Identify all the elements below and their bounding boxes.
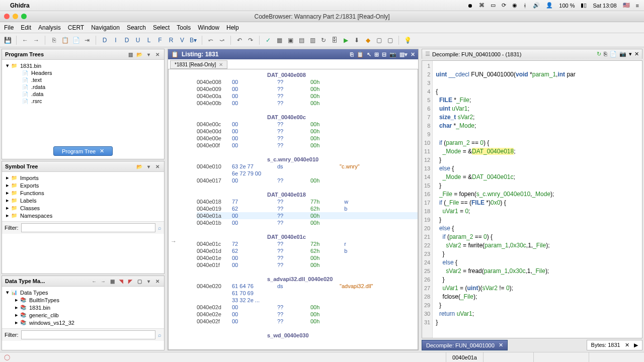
st-btn1-icon[interactable]: 📂 [136, 163, 143, 170]
menu-cert[interactable]: CERT [68, 24, 84, 31]
program-tree-tab[interactable]: Program Tree✕ [53, 146, 113, 156]
redo-icon[interactable]: ⤻ [217, 36, 226, 45]
lh-b6-icon[interactable]: ▥▾ [399, 51, 408, 58]
pt-btn2-icon[interactable]: 📂 [136, 51, 143, 58]
w2-icon[interactable]: ▤ [297, 36, 306, 45]
lh-b1-icon[interactable]: ⎘ [350, 51, 354, 58]
bluetooth-icon[interactable]: ᚼ [523, 3, 527, 9]
maximize-button[interactable] [21, 14, 27, 19]
dc-b2-icon[interactable]: 📄 [610, 51, 617, 57]
dtm-filter-icon[interactable]: ⌕ [158, 332, 162, 338]
minimize-button[interactable] [13, 14, 18, 19]
lh-b5-icon[interactable]: ⊟ [382, 51, 386, 58]
doc-icon[interactable]: 📄 [71, 36, 80, 45]
u-icon[interactable]: U [133, 36, 142, 45]
dc-refresh-icon[interactable]: ↻ [597, 51, 601, 57]
dc-cam-icon[interactable]: 📷 [619, 51, 626, 57]
menu-select[interactable]: Select [153, 24, 170, 31]
tree-item[interactable]: 📄Headers [22, 69, 160, 76]
lh-b3-icon[interactable]: ↖ [367, 51, 371, 58]
v-icon[interactable]: V [178, 36, 187, 45]
user-icon[interactable]: 👤 [546, 2, 553, 9]
volume-icon[interactable]: 🔊 [533, 2, 540, 9]
paste-icon[interactable]: 📋 [60, 36, 69, 45]
menu-icon[interactable]: ≡ [636, 3, 639, 9]
symbol-item[interactable]: ▸📁Classes [6, 204, 160, 212]
back-icon[interactable]: ← [21, 36, 30, 45]
flag-icon[interactable]: 🇺🇸 [623, 2, 630, 9]
dtm-item[interactable]: ▸📚generic_clib [15, 311, 160, 319]
play-icon[interactable]: ▶ [341, 36, 350, 45]
symbol-item[interactable]: ▸📁Exports [6, 182, 160, 189]
dtm-fwd-icon[interactable]: → [100, 278, 107, 285]
copy-icon[interactable]: ⎘ [49, 36, 58, 45]
lh-b4-icon[interactable]: ⊞ [374, 51, 379, 58]
tree-item[interactable]: 📄.rdata [22, 83, 160, 90]
step-icon[interactable]: ⇥ [83, 36, 92, 45]
program-tree[interactable]: ▾📁1831.bin 📄Headers📄.text📄.rdata📄.data📄.… [2, 60, 164, 107]
bulb-icon[interactable]: 💡 [403, 36, 412, 45]
dtm-back-icon[interactable]: ← [91, 278, 98, 285]
dtm-item[interactable]: ▸📚1831.bin [15, 304, 160, 311]
forward-icon[interactable]: → [32, 36, 41, 45]
dtm-item[interactable]: ▸📚BuiltInTypes [15, 296, 160, 304]
dtm-b5-icon[interactable]: ▾ [145, 278, 152, 285]
dtm-filter-input[interactable] [21, 330, 156, 339]
pt-btn1-icon[interactable]: ▥ [127, 51, 134, 58]
pt-close-icon[interactable]: ✕ [154, 51, 161, 58]
dtm-close-icon[interactable]: ✕ [154, 278, 161, 285]
close-button[interactable] [4, 14, 10, 19]
decompile-body[interactable]: 1234567891011121314151617181920212223242… [422, 60, 642, 338]
menu-file[interactable]: File [4, 24, 14, 31]
diamond-icon[interactable]: ◆ [363, 36, 372, 45]
bytes-box[interactable]: Bytes: 1831 ✕ ▶ [587, 340, 642, 350]
i-icon[interactable]: I [111, 36, 120, 45]
down-icon[interactable]: ⬇ [352, 36, 361, 45]
w5-icon[interactable]: ▢ [385, 36, 394, 45]
r2-icon[interactable]: ↷ [246, 36, 255, 45]
dc-b1-icon[interactable]: ⎘ [604, 51, 607, 57]
menu-search[interactable]: Search [127, 24, 146, 31]
lh-cam-icon[interactable]: 📷 [389, 51, 396, 58]
symbol-item[interactable]: ▸📁Namespaces [6, 212, 160, 219]
dc-b3-icon[interactable]: ▾ [629, 51, 632, 57]
dtm-tree[interactable]: ▾📊Data Types ▸📚BuiltInTypes▸📚1831.bin▸📚g… [2, 287, 164, 328]
save-icon[interactable]: 💾 [3, 36, 12, 45]
r-icon[interactable]: R [167, 36, 176, 45]
sync-icon[interactable]: ⟳ [502, 2, 506, 9]
decompile-tab[interactable]: Decompile: FUN_00401000✕ [422, 340, 508, 350]
listing-tab[interactable]: *1831 [Read-Only]✕ [170, 60, 227, 69]
dtm-b4-icon[interactable]: ▢ [136, 278, 143, 285]
dtm-root[interactable]: Data Types [20, 290, 48, 296]
undo-icon[interactable]: ⤺ [206, 36, 215, 45]
refresh-icon[interactable]: ↻ [319, 36, 328, 45]
battery-icon[interactable]: ▭ [491, 2, 496, 9]
symbol-item[interactable]: ▸📁Labels [6, 197, 160, 204]
l-icon[interactable]: L [144, 36, 153, 45]
tree-item[interactable]: 📄.rsrc [22, 98, 160, 105]
dtm-item[interactable]: ▸📚windows_vs12_32 [15, 319, 160, 326]
w1-icon[interactable]: ▣ [286, 36, 295, 45]
dtm-b2-icon[interactable]: ◥ [118, 278, 125, 285]
menu-tools[interactable]: Tools [177, 24, 191, 31]
menu-edit[interactable]: Edit [21, 24, 31, 31]
dtm-b3-icon[interactable]: ◤ [127, 278, 134, 285]
d-icon[interactable]: D [100, 36, 109, 45]
mac-status-icon[interactable]: ⌘ [479, 2, 485, 9]
b-icon[interactable]: B▾ [189, 36, 198, 45]
grid-icon[interactable]: ▦ [275, 36, 284, 45]
menu-window[interactable]: Window [198, 24, 219, 31]
f-icon[interactable]: F [155, 36, 165, 45]
d2-icon[interactable]: D [122, 36, 131, 45]
wifi-icon[interactable]: ◉ [512, 2, 517, 9]
check-icon[interactable]: ✓ [264, 36, 273, 45]
menu-analysis[interactable]: Analysis [38, 24, 61, 31]
symbol-filter-input[interactable] [21, 223, 156, 232]
st-btn2-icon[interactable]: ▾ [145, 163, 152, 170]
lh-close-icon[interactable]: ✕ [411, 51, 415, 58]
tree-item[interactable]: 📄.text [22, 76, 160, 83]
battery-bar-icon[interactable]: ▮▯ [581, 2, 587, 9]
w4-icon[interactable]: ▢ [374, 36, 383, 45]
lh-b2-icon[interactable]: 📋 [357, 51, 364, 58]
w3-icon[interactable]: ▥ [308, 36, 317, 45]
